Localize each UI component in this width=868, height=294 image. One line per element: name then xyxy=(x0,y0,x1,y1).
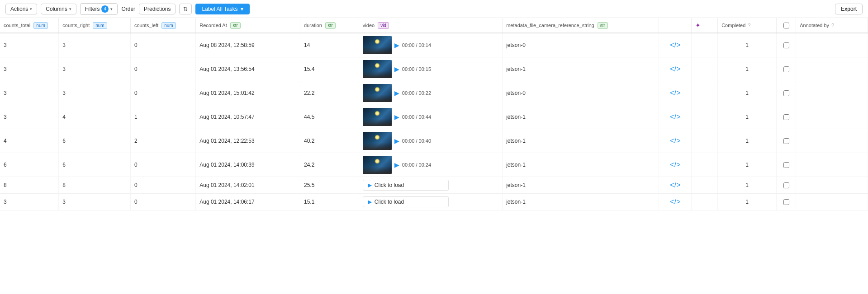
cell-counts-total: 6 xyxy=(0,153,59,177)
click-to-load-label: Click to load xyxy=(375,199,404,205)
annotated-by-help-icon[interactable]: ? xyxy=(831,23,834,28)
row-checkbox[interactable] xyxy=(783,138,789,144)
cell-metadata: jetson-1 xyxy=(503,129,659,153)
code-embed-icon[interactable]: </> xyxy=(670,113,680,121)
cell-counts-left: 0 xyxy=(130,81,195,105)
col-header-recorded-at[interactable]: Recorded At str xyxy=(196,18,300,33)
cell-duration: 15.4 xyxy=(300,57,359,81)
play-button[interactable]: ▶ xyxy=(394,65,399,73)
cell-counts-left: 0 xyxy=(130,57,195,81)
row-checkbox[interactable] xyxy=(783,90,789,96)
code-embed-icon[interactable]: </> xyxy=(670,65,680,73)
col-header-metadata[interactable]: metadata_file_camera_reference_string st… xyxy=(503,18,659,33)
cell-checkbox[interactable] xyxy=(776,105,796,129)
cell-recorded-at: Aug 01 2024, 14:00:39 xyxy=(196,153,300,177)
cell-checkbox[interactable] xyxy=(776,33,796,57)
cell-video: ▶ 00:00 / 00:22 xyxy=(359,81,502,105)
filters-count-badge: 4 xyxy=(101,5,109,13)
export-button[interactable]: Export xyxy=(835,4,863,14)
sort-button[interactable]: ⇅ xyxy=(179,4,192,14)
code-embed-icon[interactable]: </> xyxy=(670,89,680,97)
filters-button[interactable]: Filters 4 ▾ xyxy=(80,3,118,15)
cell-checkbox[interactable] xyxy=(776,194,796,210)
cell-checkbox[interactable] xyxy=(776,129,796,153)
type-badge-num: num xyxy=(33,22,47,29)
add-column-icon[interactable]: ✦ xyxy=(695,22,701,29)
cell-checkbox[interactable] xyxy=(776,81,796,105)
row-checkbox[interactable] xyxy=(783,162,789,168)
predictions-label: Predictions xyxy=(144,6,171,12)
cell-counts-right: 4 xyxy=(59,105,131,129)
cell-code-icon[interactable]: </> xyxy=(659,129,692,153)
cell-metadata: jetson-1 xyxy=(503,153,659,177)
cell-video: ▶ 00:00 / 00:24 xyxy=(359,153,502,177)
row-checkbox[interactable] xyxy=(783,42,789,48)
cell-code-icon[interactable]: </> xyxy=(659,153,692,177)
cell-code-icon[interactable]: </> xyxy=(659,177,692,194)
video-thumbnail[interactable] xyxy=(363,36,392,54)
play-button[interactable]: ▶ xyxy=(394,89,399,97)
code-embed-icon[interactable]: </> xyxy=(670,181,680,189)
video-time: 00:00 / 00:15 xyxy=(402,66,431,72)
type-badge-str: str xyxy=(325,22,336,29)
label-all-tasks-button[interactable]: Label All Tasks ▾ xyxy=(195,4,249,14)
cell-code-icon[interactable]: </> xyxy=(659,81,692,105)
cell-counts-right: 3 xyxy=(59,57,131,81)
cell-checkbox[interactable] xyxy=(776,177,796,194)
cell-checkbox[interactable] xyxy=(776,153,796,177)
cell-checkbox[interactable] xyxy=(776,57,796,81)
click-to-load-button[interactable]: ▶ Click to load xyxy=(363,196,449,207)
code-embed-icon[interactable]: </> xyxy=(670,161,680,168)
col-header-counts-right[interactable]: counts_right num xyxy=(59,18,131,33)
cell-recorded-at: Aug 01 2024, 15:01:42 xyxy=(196,81,300,105)
type-badge-vid: vid xyxy=(378,22,389,29)
cell-video: ▶ 00:00 / 00:14 xyxy=(359,33,502,57)
video-thumbnail[interactable] xyxy=(363,156,392,174)
row-checkbox[interactable] xyxy=(783,182,789,188)
col-header-counts-total[interactable]: counts_total num xyxy=(0,18,59,33)
cell-empty xyxy=(692,129,718,153)
cell-recorded-at: Aug 01 2024, 12:22:53 xyxy=(196,129,300,153)
play-button[interactable]: ▶ xyxy=(394,113,399,121)
columns-button[interactable]: Columns ▾ xyxy=(41,4,76,14)
cell-counts-left: 0 xyxy=(130,194,195,210)
cell-code-icon[interactable]: </> xyxy=(659,33,692,57)
video-thumbnail[interactable] xyxy=(363,108,392,126)
actions-button[interactable]: Actions ▾ xyxy=(5,4,37,14)
col-header-annotated-by[interactable]: Annotated by ? xyxy=(796,18,868,33)
video-thumbnail[interactable] xyxy=(363,132,392,150)
select-all-checkbox[interactable] xyxy=(783,23,789,28)
cell-empty xyxy=(692,153,718,177)
code-embed-icon[interactable]: </> xyxy=(670,198,680,205)
cell-video: ▶ Click to load xyxy=(359,194,502,210)
col-header-video[interactable]: video vid xyxy=(359,18,502,33)
columns-label: Columns xyxy=(46,6,67,12)
click-to-load-button[interactable]: ▶ Click to load xyxy=(363,180,449,191)
cell-counts-right: 3 xyxy=(59,81,131,105)
cell-video: ▶ Click to load xyxy=(359,177,502,194)
play-button[interactable]: ▶ xyxy=(394,137,399,145)
video-thumbnail[interactable] xyxy=(363,84,392,102)
play-button[interactable]: ▶ xyxy=(394,161,399,168)
cell-code-icon[interactable]: </> xyxy=(659,194,692,210)
video-cell: ▶ 00:00 / 00:14 xyxy=(363,36,498,54)
code-embed-icon[interactable]: </> xyxy=(670,41,680,49)
col-header-completed[interactable]: Completed ? xyxy=(718,18,777,33)
col-header-duration[interactable]: duration str xyxy=(300,18,359,33)
video-thumbnail[interactable] xyxy=(363,60,392,78)
col-header-add-column[interactable]: ✦ xyxy=(692,18,718,33)
code-embed-icon[interactable]: </> xyxy=(670,137,680,145)
cell-counts-right: 6 xyxy=(59,153,131,177)
col-header-select-all[interactable] xyxy=(776,18,796,33)
play-button[interactable]: ▶ xyxy=(394,42,399,49)
table-row: 3 4 1 Aug 01 2024, 10:57:47 44.5 ▶ 00:00… xyxy=(0,105,868,129)
row-checkbox[interactable] xyxy=(783,199,789,205)
completed-help-icon[interactable]: ? xyxy=(748,23,750,28)
row-checkbox[interactable] xyxy=(783,66,789,72)
predictions-button[interactable]: Predictions xyxy=(139,4,175,14)
cell-code-icon[interactable]: </> xyxy=(659,57,692,81)
row-checkbox[interactable] xyxy=(783,114,789,120)
cell-duration: 40.2 xyxy=(300,129,359,153)
col-header-counts-left[interactable]: counts_left num xyxy=(130,18,195,33)
cell-code-icon[interactable]: </> xyxy=(659,105,692,129)
